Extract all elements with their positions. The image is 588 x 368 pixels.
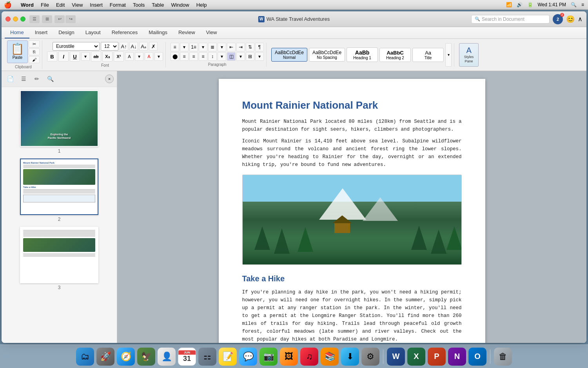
tab-review[interactable]: Review <box>173 27 201 38</box>
profile-avatar[interactable]: 2 2 <box>553 14 563 24</box>
comment-btn[interactable]: ✏ <box>31 73 42 84</box>
decrease-font-btn[interactable]: A↓ <box>129 42 138 51</box>
minimize-button[interactable] <box>13 16 18 22</box>
menubar-help[interactable]: Help <box>196 2 207 8</box>
underline-dropdown[interactable]: ▾ <box>81 52 90 61</box>
menubar-window[interactable]: Window <box>171 2 189 8</box>
shading-btn[interactable]: ◫ <box>227 52 236 61</box>
bullet-dropdown[interactable]: ▾ <box>180 43 189 51</box>
outline-view-btn[interactable]: ☰ <box>18 73 29 84</box>
search-icon[interactable]: 🔍 <box>571 2 577 7</box>
new-document-btn[interactable]: 📄 <box>5 73 16 84</box>
maximize-button[interactable] <box>20 16 25 22</box>
tab-design[interactable]: Design <box>53 27 80 38</box>
search-in-document[interactable]: 🔍 Search in Document <box>471 15 550 24</box>
dock-safari[interactable]: 🧭 <box>117 348 135 366</box>
font-color-dropdown[interactable]: ▾ <box>154 52 163 61</box>
tab-mailings[interactable]: Mailings <box>143 27 173 38</box>
tab-layout[interactable]: Layout <box>80 27 106 38</box>
dock-excel[interactable]: X <box>407 348 425 366</box>
style-no-spacing[interactable]: AaBbCcDdEe No Spacing <box>309 48 345 62</box>
style-heading1[interactable]: AaBb Heading 1 <box>347 47 378 62</box>
menubar-format[interactable]: Format <box>110 2 126 8</box>
dock-powerpoint[interactable]: P <box>428 348 446 366</box>
menubar-table[interactable]: Table <box>152 2 164 8</box>
multilevel-dropdown[interactable]: ▾ <box>218 43 226 51</box>
decrease-indent-btn[interactable]: ⇤ <box>227 43 236 51</box>
underline-button[interactable]: U <box>70 51 80 62</box>
show-formatting-btn[interactable]: ¶ <box>255 43 264 51</box>
superscript-button[interactable]: X² <box>114 51 124 62</box>
close-button[interactable] <box>5 16 11 22</box>
dock-messages[interactable]: 💬 <box>239 348 257 366</box>
dock-contacts[interactable]: 👤 <box>158 348 176 366</box>
document-canvas[interactable]: Mount Rainier National Park Mount Rainie… <box>117 71 586 343</box>
style-title[interactable]: Aa Title <box>412 48 444 62</box>
tab-insert[interactable]: Insert <box>29 27 53 38</box>
align-left-btn[interactable]: ⬤ <box>171 52 179 61</box>
dock-launchpad2[interactable]: ⚏ <box>198 348 216 366</box>
border-btn[interactable]: ⊞ <box>246 52 254 61</box>
subscript-button[interactable]: X₂ <box>102 51 113 62</box>
format-painter-button[interactable]: 🖌 <box>29 56 40 63</box>
ribbon-collapse-icon[interactable]: ∧ <box>578 15 583 23</box>
dock-trash[interactable]: 🗑 <box>494 348 512 366</box>
page-thumb-2[interactable]: Mount Rainier National Park Take a Hike <box>20 158 98 215</box>
increase-font-btn[interactable]: A↑ <box>120 42 128 51</box>
copy-button[interactable]: ⎘ <box>29 48 40 55</box>
font-color-btn[interactable]: A <box>145 52 153 61</box>
line-spacing-dropdown[interactable]: ▾ <box>218 52 226 61</box>
multilevel-list-btn[interactable]: ≣ <box>208 43 217 51</box>
page-thumb-1[interactable]: Exploring thePacific Northwest <box>20 90 98 147</box>
dock-word[interactable]: W <box>387 348 405 366</box>
strikethrough-button[interactable]: ab <box>91 51 101 62</box>
tab-view[interactable]: View <box>201 27 223 38</box>
dock-onenote[interactable]: N <box>448 348 466 366</box>
align-right-btn[interactable]: ≡ <box>189 52 198 61</box>
dock-launchpad[interactable]: 🚀 <box>96 348 114 366</box>
change-case-btn[interactable]: Aₐ <box>139 42 148 51</box>
italic-button[interactable]: I <box>58 51 69 62</box>
dock-bird-app[interactable]: 🦅 <box>137 348 155 366</box>
dock-books[interactable]: 📚 <box>321 348 339 366</box>
menubar-edit[interactable]: Edit <box>56 2 65 8</box>
text-highlight-dropdown[interactable]: ▾ <box>135 52 143 61</box>
styles-pane-button[interactable]: A StylesPane <box>459 43 479 67</box>
border-dropdown[interactable]: ▾ <box>255 52 264 61</box>
control-center-icon[interactable]: ≡ <box>581 2 584 7</box>
dock-outlook[interactable]: O <box>468 348 486 366</box>
align-center-btn[interactable]: ≡ <box>180 52 189 61</box>
menubar-view[interactable]: View <box>72 2 83 8</box>
dock-facetime[interactable]: 📷 <box>260 348 278 366</box>
dock-systemprefs[interactable]: ⚙ <box>361 348 379 366</box>
apple-menu[interactable]: 🍎 <box>4 1 12 9</box>
dock-itunes[interactable]: ♫ <box>300 348 318 366</box>
numbered-list-btn[interactable]: 1≡ <box>189 43 198 51</box>
styles-more-btn[interactable]: ▾ <box>445 43 452 67</box>
menubar-word[interactable]: Word <box>21 2 34 8</box>
line-spacing-btn[interactable]: ↕ <box>208 52 217 61</box>
bold-button[interactable]: B <box>47 51 57 62</box>
emoji-picker-icon[interactable]: 😊 <box>566 15 575 24</box>
text-highlight-btn[interactable]: A <box>125 52 134 61</box>
paste-button[interactable]: 📋 Paste <box>7 40 28 63</box>
dock-notes[interactable]: 📝 <box>219 348 237 366</box>
sort-btn[interactable]: ⇅ <box>246 43 254 51</box>
dock-photos[interactable]: 🖼 <box>280 348 298 366</box>
clear-format-btn[interactable]: ✗ <box>149 42 158 51</box>
increase-indent-btn[interactable]: ⇥ <box>236 43 245 51</box>
redo-button[interactable]: ↪ <box>65 15 76 23</box>
undo-button[interactable]: ↩ <box>54 15 65 23</box>
font-size-selector[interactable]: 12 <box>101 42 118 51</box>
menubar-file[interactable]: File <box>41 2 49 8</box>
dock-calendar[interactable]: JUN 31 <box>178 348 196 366</box>
shading-dropdown[interactable]: ▾ <box>236 52 245 61</box>
dock-appstore[interactable]: ⬇ <box>341 348 359 366</box>
font-name-selector[interactable]: Eurostile <box>53 42 100 51</box>
sidebar-toggle-icon[interactable]: ☰ <box>29 15 40 23</box>
tab-references[interactable]: References <box>106 27 143 38</box>
cut-button[interactable]: ✂ <box>29 40 40 47</box>
bullet-list-btn[interactable]: ≡ <box>171 43 179 51</box>
style-heading2[interactable]: AaBbC Heading 2 <box>379 48 411 62</box>
doc-view-icon[interactable]: ⊞ <box>42 15 52 23</box>
